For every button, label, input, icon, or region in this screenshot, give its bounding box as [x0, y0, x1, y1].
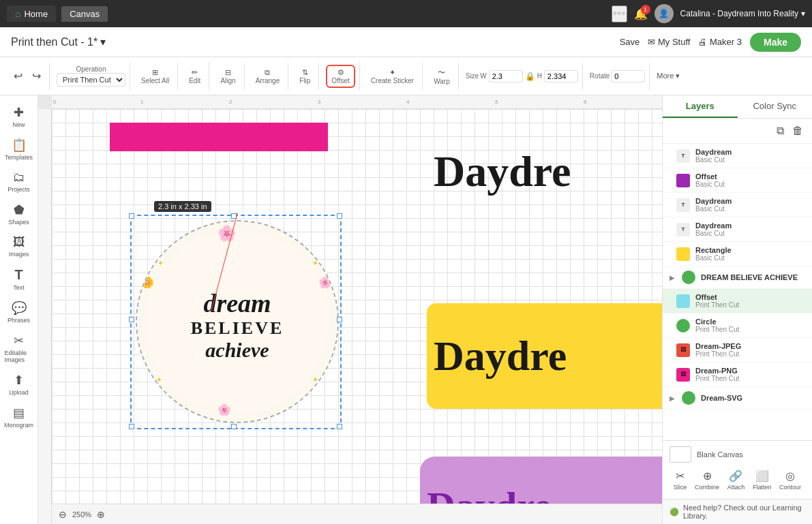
zoom-out-button[interactable]: ⊖ — [59, 509, 67, 520]
sidebar-item-images[interactable]: 🖼 Images — [2, 231, 36, 262]
more-options-button[interactable]: ••• — [612, 5, 627, 22]
tab-layers[interactable]: Layers — [663, 95, 738, 118]
sidebar-item-monogram[interactable]: ▤ Monogram — [2, 401, 36, 433]
select-all-label: Select All — [141, 77, 169, 84]
warp-button[interactable]: 〜 Warp — [430, 65, 454, 88]
operation-select[interactable]: Print Then Cut — [57, 73, 125, 87]
undo-button[interactable]: ↩ — [10, 67, 27, 85]
layer-thumbnail — [676, 319, 690, 333]
layer-item[interactable]: Rectangle Basic Cut — [663, 242, 812, 266]
layer-sub: Basic Cut — [695, 156, 805, 164]
make-button[interactable]: Make — [750, 33, 801, 52]
sidebar-item-images-label: Images — [9, 251, 29, 258]
copy-layer-button[interactable]: ⧉ — [775, 123, 786, 139]
layer-item[interactable]: T Daydream Basic Cut — [663, 217, 812, 242]
undo-redo-group: ↩ ↪ — [5, 63, 50, 90]
dimension-label: 2.3 in x 2.33 in — [154, 201, 211, 212]
handle-tr[interactable] — [337, 213, 342, 219]
layer-item[interactable]: 🖼 Dream-PNG Print Then Cut — [663, 363, 812, 387]
attach-button[interactable]: 🔗 Attach — [727, 469, 745, 491]
width-input[interactable] — [489, 70, 523, 82]
help-icon: 🟢 — [670, 508, 679, 517]
sidebar-item-projects[interactable]: 🗂 Projects — [2, 166, 36, 197]
layer-item-group[interactable]: ▶ DREAM BELIEVE ACHIEVE — [663, 266, 812, 289]
layer-sub: Basic Cut — [695, 230, 805, 237]
canvas-tab[interactable]: Canvas — [61, 6, 108, 22]
layer-item-group[interactable]: ▶ Dream-SVG — [663, 387, 812, 410]
tab-color-sync[interactable]: Color Sync — [738, 95, 813, 118]
maker-button[interactable]: 🖨 Maker 3 — [698, 37, 742, 47]
layer-sub: Print Then Cut — [695, 350, 805, 358]
layer-item[interactable]: Circle Print Then Cut — [663, 313, 812, 338]
second-bar: Print then Cut - 1* ▾ Save ✉ My Stuff 🖨 … — [0, 27, 812, 57]
sidebar-item-templates[interactable]: 📋 Templates — [2, 134, 36, 165]
home-tab-label: Home — [24, 9, 48, 19]
avatar: 👤 — [655, 4, 674, 23]
height-input[interactable] — [544, 70, 578, 82]
sidebar-item-upload[interactable]: ⬆ Upload — [2, 369, 36, 400]
create-sticker-group: ✦ Create Sticker — [363, 63, 423, 90]
combine-button[interactable]: ⊕ Combine — [695, 469, 719, 491]
ruler-top-label: 0 — [52, 99, 56, 105]
edit-button[interactable]: ✏ Edit — [185, 65, 205, 87]
create-sticker-button[interactable]: ✦ Create Sticker — [367, 65, 418, 87]
delete-layer-button[interactable]: 🗑 — [790, 123, 805, 139]
user-info[interactable]: Catalina - Daydream Into Reality ▾ — [680, 9, 805, 18]
align-icon: ⊟ — [225, 68, 231, 77]
offset-label: Offset — [331, 77, 350, 84]
flip-button[interactable]: ⇅ Flip — [295, 65, 314, 87]
top-bar-right: ••• 🔔 1 👤 Catalina - Daydream Into Reali… — [612, 4, 805, 23]
home-tab[interactable]: ⌂ Home — [7, 5, 56, 22]
handle-tl[interactable] — [129, 213, 134, 219]
projects-icon: 🗂 — [13, 170, 25, 185]
zoom-in-button[interactable]: ⊕ — [97, 509, 105, 520]
offset-button[interactable]: ⚙ Offset — [326, 65, 355, 88]
layer-item-offset-active[interactable]: Offset Print Then Cut — [663, 289, 812, 313]
redo-button[interactable]: ↪ — [28, 67, 45, 85]
layer-thumbnail: 🖼 — [676, 368, 690, 382]
handle-mr[interactable] — [337, 317, 342, 322]
flatten-button[interactable]: ⬜ Flatten — [753, 469, 772, 491]
rotate-input[interactable] — [611, 70, 645, 82]
handle-ml[interactable] — [129, 317, 134, 322]
purple-area[interactable]: Daydre — [420, 457, 662, 504]
warp-group: 〜 Warp — [425, 63, 459, 90]
contour-button[interactable]: ◎ Contour — [779, 469, 801, 491]
canvas-scroll-area[interactable]: 2.3 in x 2.33 in 🌸 — [52, 109, 662, 504]
operation-label: Operation — [76, 65, 106, 73]
layer-sub: Basic Cut — [695, 205, 805, 213]
pink-rectangle[interactable] — [110, 123, 328, 151]
sidebar-item-editable-images[interactable]: ✂ Editable Images — [2, 329, 36, 367]
layer-item[interactable]: Offset Basic Cut — [663, 168, 812, 193]
handle-br[interactable] — [337, 424, 342, 429]
align-button[interactable]: ⊟ Align — [216, 65, 239, 87]
layer-item[interactable]: T Daydream Basic Cut — [663, 193, 812, 217]
sidebar-item-shapes[interactable]: ⬟ Shapes — [2, 198, 36, 230]
handle-bc[interactable] — [231, 424, 237, 429]
selection-border — [130, 215, 342, 429]
canvas-area[interactable]: 0 1 2 3 4 5 6 2.3 in x 2.33 in — [38, 95, 662, 524]
operation-control: Operation Print Then Cut — [57, 65, 125, 87]
layer-sub: Basic Cut — [695, 254, 805, 262]
save-button[interactable]: Save — [620, 37, 640, 47]
layer-item[interactable]: T Daydream Basic Cut — [663, 144, 812, 168]
create-sticker-label: Create Sticker — [371, 77, 414, 84]
slice-button[interactable]: ✂ Slice — [674, 469, 687, 491]
canvas-grid[interactable]: 2.3 in x 2.33 in 🌸 — [52, 109, 662, 504]
my-stuff-button[interactable]: ✉ My Stuff — [648, 37, 690, 47]
arrange-button[interactable]: ⧉ Arrange — [252, 65, 284, 87]
sidebar-item-text[interactable]: T Text — [2, 263, 36, 295]
sidebar-item-new[interactable]: ✚ New — [2, 101, 36, 132]
more-button[interactable]: More ▾ — [657, 72, 680, 80]
select-all-button[interactable]: ⊞ Select All — [137, 65, 173, 87]
sidebar-item-phrases[interactable]: 💬 Phrases — [2, 296, 36, 328]
yellow-rectangle[interactable]: Daydre — [427, 303, 662, 409]
notifications-button[interactable]: 🔔 1 — [634, 7, 648, 20]
layer-name: Daydream — [695, 221, 805, 230]
project-title[interactable]: Print then Cut - 1* ▾ — [11, 35, 106, 48]
handle-bl[interactable] — [129, 424, 134, 429]
new-icon: ✚ — [14, 105, 24, 120]
combine-label: Combine — [695, 484, 719, 491]
panel-bottom: Blank Canvas ✂ Slice ⊕ Combine 🔗 Attach … — [663, 440, 812, 499]
layer-item[interactable]: 🖼 Dream-JPEG Print Then Cut — [663, 338, 812, 363]
